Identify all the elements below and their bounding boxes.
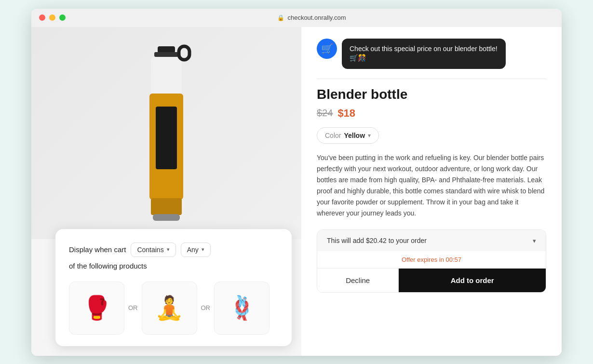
order-summary-text: This will add $20.42 to your order bbox=[327, 237, 427, 244]
product-image bbox=[123, 37, 210, 229]
svg-rect-0 bbox=[158, 46, 175, 53]
cart-suffix: of the following products bbox=[69, 262, 147, 270]
chat-avatar: 🛒 bbox=[317, 39, 337, 59]
product-chip-mat: 🧘 bbox=[142, 282, 197, 335]
right-panel: 🛒 Check out this special price on our bl… bbox=[301, 27, 562, 356]
svg-rect-2 bbox=[151, 57, 182, 95]
product-chips-row: 🥊 OR 🧘 OR 🪢 bbox=[69, 282, 278, 335]
color-chevron-icon: ▾ bbox=[368, 132, 371, 139]
product-title: Blender bottle bbox=[317, 87, 546, 102]
cart-display-label: Display when cart bbox=[69, 245, 126, 254]
quantity-chevron: ▾ bbox=[202, 246, 204, 253]
chat-message: Check out this special price on our blen… bbox=[342, 39, 506, 69]
url-text: checkout.onrally.com bbox=[287, 14, 346, 21]
order-actions: Decline Add to order bbox=[317, 269, 546, 292]
svg-rect-1 bbox=[154, 52, 178, 57]
price-sale: $18 bbox=[337, 107, 355, 120]
or-label-2: OR bbox=[201, 304, 211, 311]
color-value: Yellow bbox=[344, 132, 365, 139]
browser-content: Display when cart Contains ▾ Any ▾ of th… bbox=[31, 27, 562, 356]
svg-rect-6 bbox=[151, 198, 182, 215]
contains-chevron: ▾ bbox=[167, 246, 170, 253]
maximize-button[interactable] bbox=[59, 14, 66, 21]
order-expiry: Offer expires in 00:57 bbox=[317, 251, 546, 269]
order-summary-box: This will add $20.42 to your order ▾ Off… bbox=[317, 229, 546, 293]
url-bar: 🔒 checkout.onrally.com bbox=[69, 14, 554, 21]
svg-rect-3 bbox=[179, 46, 189, 60]
or-label-1: OR bbox=[128, 304, 138, 311]
product-chip-rope: 🪢 bbox=[214, 282, 270, 335]
quantity-value: Any bbox=[187, 246, 199, 254]
lock-icon: 🔒 bbox=[277, 14, 284, 21]
color-selector[interactable]: Color Yellow ▾ bbox=[317, 127, 379, 144]
decline-button[interactable]: Decline bbox=[317, 269, 399, 292]
order-summary-header[interactable]: This will add $20.42 to your order ▾ bbox=[317, 230, 546, 251]
contains-value: Contains bbox=[137, 246, 163, 254]
close-button[interactable] bbox=[39, 14, 45, 21]
color-label: Color bbox=[325, 132, 341, 139]
left-panel: Display when cart Contains ▾ Any ▾ of th… bbox=[31, 27, 301, 356]
price-row: $24 $18 bbox=[317, 107, 546, 120]
product-image-area bbox=[31, 27, 301, 239]
minimize-button[interactable] bbox=[49, 14, 55, 21]
divider-top bbox=[317, 79, 546, 79]
price-original: $24 bbox=[317, 108, 333, 119]
cart-condition-row: Display when cart Contains ▾ Any ▾ of th… bbox=[69, 243, 278, 270]
product-description: You've been putting in the work and refu… bbox=[317, 152, 546, 219]
chat-bubble: 🛒 Check out this special price on our bl… bbox=[317, 39, 546, 69]
quantity-dropdown[interactable]: Any ▾ bbox=[181, 243, 211, 257]
svg-rect-5 bbox=[156, 107, 177, 169]
order-summary-chevron-icon: ▾ bbox=[533, 237, 536, 244]
chat-avatar-icon: 🛒 bbox=[321, 43, 333, 54]
product-chip-gloves: 🥊 bbox=[69, 282, 124, 335]
browser-window: 🔒 checkout.onrally.com bbox=[31, 9, 562, 356]
contains-dropdown[interactable]: Contains ▾ bbox=[131, 243, 175, 257]
add-to-order-button[interactable]: Add to order bbox=[399, 269, 546, 292]
svg-rect-7 bbox=[153, 214, 180, 221]
cart-display-panel: Display when cart Contains ▾ Any ▾ of th… bbox=[55, 229, 292, 346]
browser-bar: 🔒 checkout.onrally.com bbox=[31, 9, 562, 27]
